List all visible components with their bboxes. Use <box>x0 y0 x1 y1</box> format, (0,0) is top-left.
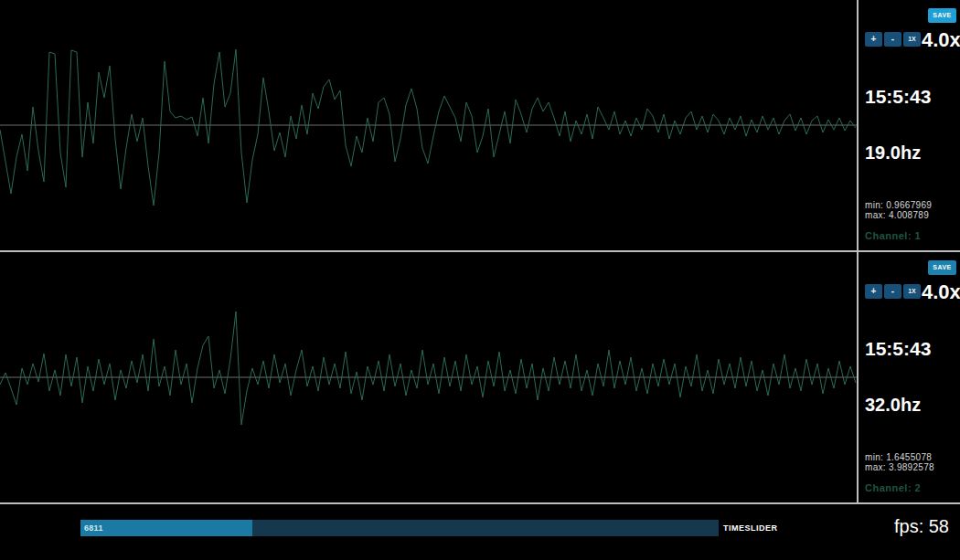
zoom-out-button-ch2[interactable]: - <box>884 284 901 299</box>
zoom-controls-ch1: + - 1X <box>865 32 921 47</box>
time-display-ch2: 15:5:43 <box>865 338 931 360</box>
channel-label-ch2: Channel: 2 <box>865 482 921 493</box>
fps-counter: fps: 58 <box>894 516 949 537</box>
minmax-readout-ch1: min: 0.9667969 max: 4.008789 <box>865 200 932 220</box>
save-button-ch2[interactable]: SAVE <box>928 260 956 275</box>
bottom-bar: 6811 TIMESLIDER fps: 58 <box>0 504 960 560</box>
channel-1-section: SAVE + - 1X 4.0x 15:5:43 19.0hz min: 0.9… <box>0 0 960 252</box>
waveform-plot-ch1 <box>0 0 859 250</box>
zoom-level-display-ch2: 4.0x <box>922 280 960 304</box>
waveform-trace-ch1 <box>0 49 856 206</box>
max-value-ch2: max: 3.9892578 <box>865 462 934 472</box>
zoom-reset-button-ch1[interactable]: 1X <box>903 32 921 47</box>
zoom-reset-button-ch2[interactable]: 1X <box>903 284 921 299</box>
minmax-readout-ch2: min: 1.6455078 max: 3.9892578 <box>865 452 934 472</box>
frequency-display-ch1: 19.0hz <box>865 143 921 164</box>
zoom-out-button-ch1[interactable]: - <box>884 32 901 47</box>
waveform-trace-ch2 <box>0 312 856 425</box>
save-button-ch1[interactable]: SAVE <box>928 8 956 23</box>
timeslider-value: 6811 <box>84 523 103 533</box>
time-display-ch1: 15:5:43 <box>865 86 931 108</box>
min-value-ch2: min: 1.6455078 <box>865 452 934 462</box>
waveform-chart-ch1 <box>0 0 857 250</box>
min-value-ch1: min: 0.9667969 <box>865 200 932 210</box>
frequency-display-ch2: 32.0hz <box>865 395 921 416</box>
zoom-in-button-ch1[interactable]: + <box>865 32 882 47</box>
channel-label-ch1: Channel: 1 <box>865 230 921 241</box>
waveform-chart-ch2 <box>0 252 857 502</box>
zoom-controls-ch2: + - 1X <box>865 284 921 299</box>
zoom-level-display-ch1: 4.0x <box>922 28 960 52</box>
timeslider[interactable]: 6811 <box>80 520 719 536</box>
timeslider-label: TIMESLIDER <box>723 523 778 533</box>
timeslider-fill[interactable] <box>80 520 252 536</box>
channel-2-section: SAVE + - 1X 4.0x 15:5:43 32.0hz min: 1.6… <box>0 252 960 504</box>
zoom-in-button-ch2[interactable]: + <box>865 284 882 299</box>
waveform-plot-ch2 <box>0 252 859 502</box>
info-panel-ch1: SAVE + - 1X 4.0x 15:5:43 19.0hz min: 0.9… <box>859 0 960 250</box>
info-panel-ch2: SAVE + - 1X 4.0x 15:5:43 32.0hz min: 1.6… <box>859 252 960 502</box>
max-value-ch1: max: 4.008789 <box>865 210 932 220</box>
